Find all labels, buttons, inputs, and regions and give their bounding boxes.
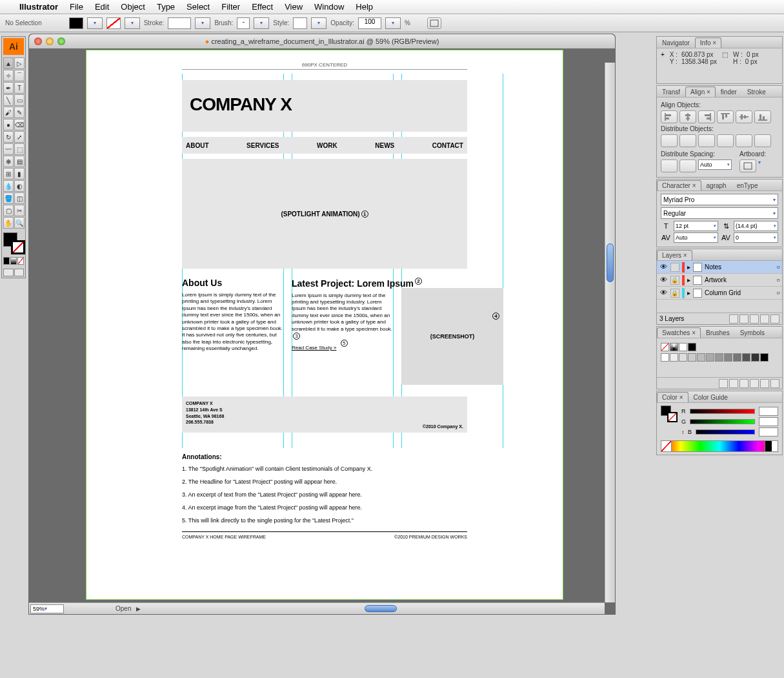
tab-opentype[interactable]: enType <box>732 180 763 190</box>
swatch-cell[interactable] <box>724 353 732 362</box>
app-name[interactable]: Illustrator <box>19 2 58 12</box>
tab-brushes[interactable]: Brushes <box>701 327 735 338</box>
stroke-dropdown[interactable]: ▾ <box>125 17 140 29</box>
tab-transform[interactable]: Transf <box>657 87 685 97</box>
tab-paragraph[interactable]: agraph <box>701 180 732 190</box>
opacity-input[interactable]: 100 <box>358 17 381 29</box>
layer-target-icon[interactable]: ○ <box>776 276 780 283</box>
tab-color-guide[interactable]: Color Guide <box>689 392 733 402</box>
layer-lock-toggle[interactable] <box>670 289 679 298</box>
dist-vspace-button[interactable] <box>661 159 678 172</box>
artboard-tool[interactable]: ▢ <box>3 205 14 216</box>
slice-tool[interactable]: ✂ <box>14 205 25 216</box>
swatch-cell[interactable] <box>661 353 669 362</box>
layer-new-icon[interactable] <box>760 314 769 324</box>
dist-right-button[interactable] <box>754 134 771 147</box>
tab-stroke-panel[interactable]: Stroke <box>742 87 771 97</box>
tab-color[interactable]: Color × <box>657 392 689 402</box>
fill-stroke-control[interactable] <box>3 232 25 254</box>
document-canvas[interactable]: 690PX CENTERED COMPANY X ABOUT SERVICES … <box>35 48 603 602</box>
menu-file[interactable]: File <box>70 2 83 12</box>
swatch-options-icon[interactable] <box>739 379 749 388</box>
stroke-swatch[interactable] <box>106 17 121 29</box>
document-titlebar[interactable]: ● creating_a_wireframe_document_in_Illus… <box>29 34 615 48</box>
tab-symbols[interactable]: Symbols <box>735 327 770 338</box>
none-mode-icon[interactable] <box>17 257 24 265</box>
swatch-white[interactable] <box>679 343 687 351</box>
menu-effect[interactable]: Effect <box>252 2 273 12</box>
layer-lock-toggle[interactable] <box>670 263 679 272</box>
dist-top-button[interactable] <box>661 134 678 147</box>
warp-tool[interactable]: 〰 <box>3 143 14 155</box>
paintbrush-tool[interactable]: 🖌 <box>3 107 14 118</box>
tab-pathfinder[interactable]: finder <box>716 87 742 97</box>
spectrum-none-icon[interactable] <box>661 441 672 451</box>
tab-character[interactable]: Character × <box>657 180 701 190</box>
b-slider[interactable] <box>696 429 755 435</box>
style-swatch[interactable] <box>293 17 307 29</box>
menu-view[interactable]: View <box>285 2 303 12</box>
align-left-button[interactable] <box>661 110 678 123</box>
menu-help[interactable]: Help <box>356 2 373 12</box>
align-bottom-button[interactable] <box>754 110 771 123</box>
zoom-level-input[interactable]: 59% ▾ <box>30 604 64 613</box>
dist-left-button[interactable] <box>717 134 734 147</box>
doc-setup-button[interactable] <box>427 17 441 29</box>
screen-mode-full-icon[interactable] <box>14 269 25 276</box>
swatch-delete-icon[interactable] <box>770 379 779 388</box>
layer-row-column-grid[interactable]: 👁 ▸ Column Grid ○ <box>657 287 782 300</box>
horizontal-scrollbar[interactable]: 59% ▾ Open ▶ <box>29 602 605 614</box>
layer-row-notes[interactable]: 👁 ▸ Notes ○ <box>657 261 782 274</box>
hand-tool[interactable]: ✋ <box>3 217 14 229</box>
menu-window[interactable]: Window <box>314 2 344 12</box>
rectangle-tool[interactable]: ▭ <box>14 94 25 106</box>
swatch-cell[interactable] <box>697 353 705 362</box>
screen-mode-normal-icon[interactable] <box>3 269 14 276</box>
tab-navigator[interactable]: Navigator <box>657 37 695 48</box>
eraser-tool[interactable]: ⌫ <box>14 119 25 130</box>
magic-wand-tool[interactable]: ✧ <box>3 70 14 81</box>
stroke-weight-input[interactable] <box>168 17 191 29</box>
swatch-cell[interactable] <box>742 353 750 362</box>
opacity-dd[interactable]: ▾ <box>385 17 401 29</box>
blob-brush-tool[interactable]: ● <box>3 119 14 130</box>
swatch-cell[interactable] <box>751 353 759 362</box>
window-minimize-button[interactable] <box>46 37 54 45</box>
symbol-sprayer-tool[interactable]: ❋ <box>3 156 14 167</box>
font-family-dropdown[interactable]: Myriad Pro▾ <box>661 194 778 205</box>
g-slider[interactable] <box>690 419 755 424</box>
window-close-button[interactable] <box>34 37 42 45</box>
scale-tool[interactable]: ⤢ <box>14 131 25 143</box>
selection-tool[interactable]: ▲ <box>3 57 14 69</box>
swatch-cell[interactable] <box>688 353 696 362</box>
menu-type[interactable]: Type <box>157 2 175 12</box>
tab-info[interactable]: Info × <box>695 37 721 48</box>
window-maximize-button[interactable] <box>57 37 65 45</box>
layer-target-icon[interactable]: ○ <box>776 289 780 296</box>
eyedropper-tool[interactable]: 💧 <box>3 180 14 192</box>
type-tool[interactable]: T <box>14 82 25 94</box>
swatch-none[interactable] <box>661 343 669 351</box>
stroke-weight-dd[interactable]: ▾ <box>195 17 210 29</box>
spectrum-bw-icon[interactable] <box>765 441 778 451</box>
layer-visibility-icon[interactable]: 👁 <box>659 276 668 285</box>
v-scroll-thumb[interactable] <box>607 243 614 282</box>
layer-sublayer-icon[interactable] <box>750 314 759 324</box>
pen-tool[interactable]: ✒ <box>3 82 14 94</box>
dist-bottom-button[interactable] <box>698 134 715 147</box>
dist-vcenter-button[interactable] <box>679 134 696 147</box>
layer-delete-icon[interactable] <box>770 314 779 324</box>
free-transform-tool[interactable]: ⬚ <box>14 143 25 155</box>
brush-input[interactable]: - <box>237 17 250 29</box>
live-paint-select-tool[interactable]: ◫ <box>14 192 25 204</box>
gradient-mode-icon[interactable] <box>10 257 17 265</box>
status-arrow-icon[interactable]: ▶ <box>136 606 141 612</box>
swatch-cell[interactable] <box>733 353 741 362</box>
line-tool[interactable]: ╲ <box>3 94 14 106</box>
style-dd[interactable]: ▾ <box>311 17 327 29</box>
align-vcenter-button[interactable] <box>736 110 752 123</box>
swatch-black[interactable] <box>688 343 696 351</box>
graph-tool[interactable]: ▤ <box>14 156 25 167</box>
dist-hspace-button[interactable] <box>679 159 696 172</box>
mesh-tool[interactable]: ⊞ <box>3 168 14 180</box>
